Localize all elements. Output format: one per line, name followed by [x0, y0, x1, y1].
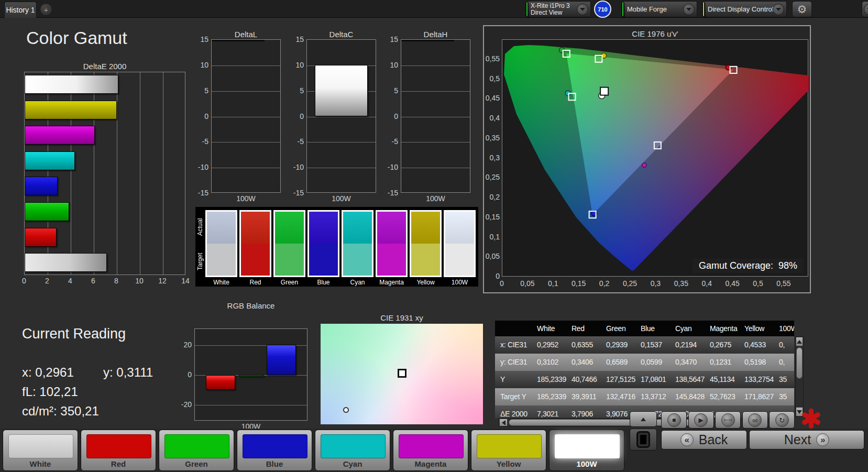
- target-swatch: [309, 244, 338, 276]
- gridline: [307, 168, 376, 168]
- pattern-swatch: [477, 434, 542, 458]
- y-tick-label: 0: [192, 112, 208, 120]
- x-tick-label: 0: [16, 277, 32, 285]
- step-button[interactable]: ⊢⊣: [715, 411, 741, 429]
- pattern-button-yellow[interactable]: Yellow: [471, 430, 546, 471]
- cie-y-tick: 0,45: [478, 94, 500, 102]
- settings-button[interactable]: ⚙: [792, 1, 812, 17]
- pattern-button-magenta[interactable]: Magenta: [393, 430, 468, 471]
- deltae-bar-yellow: [25, 101, 117, 119]
- pattern-button-white[interactable]: White: [3, 430, 78, 471]
- table-cell: 3,7906: [569, 405, 604, 418]
- pattern-source-dropdown[interactable]: Mobile Forge: [621, 1, 697, 17]
- deltae-bar-red: [25, 228, 57, 247]
- table-cell: 0,3470: [673, 354, 708, 371]
- swatch-label: Magenta: [376, 279, 408, 286]
- y-tick-label: -15: [381, 189, 398, 197]
- x-tick-label: 8: [108, 277, 124, 285]
- swatch-label: Yellow: [410, 279, 442, 286]
- refresh-button[interactable]: ↻: [769, 411, 795, 429]
- cie-y-tick: 0,5: [478, 74, 500, 83]
- add-tab-button[interactable]: +: [40, 3, 52, 16]
- back-button[interactable]: « Back: [661, 430, 747, 449]
- rgb-y-tick: 20: [175, 341, 192, 349]
- delta-x-label: 100W: [401, 194, 470, 203]
- table-header-cell: Yellow: [742, 321, 777, 336]
- reading-fl: fL: 102,21: [22, 385, 78, 399]
- delta-chart-deltal: [211, 39, 281, 193]
- table-cell: 0,1537: [639, 336, 673, 354]
- table-header-cell: [495, 321, 535, 336]
- partial-edge-button[interactable]: [862, 1, 868, 17]
- actual-swatch: [411, 212, 440, 244]
- cie1931-target-marker: [398, 369, 406, 378]
- swatch-column-yellow: [410, 210, 442, 277]
- y-tick-label: 5: [287, 86, 304, 95]
- play-button[interactable]: ▶: [688, 411, 714, 429]
- chevron-down-icon: [773, 4, 784, 15]
- pattern-button-cyan[interactable]: Cyan: [315, 430, 390, 471]
- rgb-balance-title: RGB Balance: [194, 301, 307, 310]
- pattern-button-100w[interactable]: 100W: [549, 430, 624, 471]
- swatch-column-blue: [307, 210, 339, 277]
- y-tick-label: 5: [381, 86, 398, 95]
- table-cell: 0,6355: [569, 336, 604, 354]
- table-cell: 0,2675: [708, 336, 742, 354]
- loop-icon: ∞: [748, 413, 762, 427]
- display-control-dropdown[interactable]: Direct Display Control: [702, 1, 787, 17]
- y-tick-label: -5: [192, 137, 208, 146]
- pattern-window-button[interactable]: [630, 429, 657, 451]
- scroll-left-button[interactable]: [499, 419, 508, 426]
- delta-chart-deltah: [401, 39, 470, 193]
- pattern-button-green[interactable]: Green: [159, 430, 234, 471]
- next-button[interactable]: Next »: [749, 430, 864, 449]
- y-tick-label: 10: [287, 61, 304, 69]
- page-title: Color Gamut: [26, 28, 127, 48]
- swatch-label: Cyan: [342, 279, 373, 286]
- cie-x-tick: 0,45: [721, 279, 744, 288]
- display-status-bar: [702, 2, 705, 17]
- target-swatch: [445, 244, 474, 276]
- pattern-button-red[interactable]: Red: [81, 430, 156, 471]
- actual-swatch: [275, 212, 304, 244]
- expand-patterns-button[interactable]: [630, 411, 657, 427]
- cie-y-tick: 0,05: [478, 252, 500, 260]
- scroll-up-button[interactable]: [796, 337, 803, 346]
- swatch-column-white: [205, 210, 237, 277]
- reading-cd: cd/m²: 350,21: [22, 404, 99, 419]
- cie-y-tick: 0,55: [478, 54, 500, 63]
- step-icon: ⊢⊣: [721, 413, 735, 427]
- tab-history-1[interactable]: History 1: [4, 2, 37, 18]
- target-swatch: [241, 244, 270, 276]
- pattern-swatch: [86, 434, 151, 458]
- swatch-column-red: [239, 210, 271, 277]
- meter-dropdown[interactable]: X-Rite i1Pro 3Direct View: [525, 1, 591, 17]
- vscroll-thumb[interactable]: [796, 347, 803, 379]
- gridline: [401, 168, 470, 168]
- reading-x: x: 0,2961: [22, 365, 74, 380]
- stop-button[interactable]: ■: [661, 411, 687, 429]
- gridline: [195, 405, 307, 405]
- gridline: [212, 168, 280, 168]
- pattern-button-blue[interactable]: Blue: [237, 430, 312, 471]
- cie-y-tick: 0,2: [478, 193, 500, 201]
- table-cell: 0,4533: [742, 336, 777, 354]
- pattern-swatch: [321, 434, 386, 458]
- table-vscrollbar[interactable]: [795, 336, 804, 417]
- cie1976-plot: Gamut Coverage: 98%: [502, 39, 808, 277]
- chevron-down-icon: [577, 4, 588, 15]
- table-cell: 35: [777, 371, 794, 388]
- cie-y-tick: 0,35: [478, 134, 500, 142]
- chevron-left-icon: «: [680, 433, 694, 446]
- app-window: History 1 + X-Rite i1Pro 3Direct View 71…: [0, 0, 868, 472]
- target-swatch: [377, 244, 406, 276]
- meter-label: X-Rite i1Pro 3Direct View: [526, 3, 570, 16]
- target-swatch: [207, 244, 236, 276]
- delta-zero-bar: [401, 40, 454, 41]
- gridline: [212, 91, 280, 92]
- deltae-bar-green: [25, 202, 69, 221]
- gridline: [307, 117, 376, 117]
- cie-y-tick: 0,25: [478, 173, 500, 181]
- loop-button[interactable]: ∞: [742, 411, 768, 429]
- swatch-strip: ActualTargetWhiteRedGreenBlueCyanMagenta…: [195, 207, 478, 287]
